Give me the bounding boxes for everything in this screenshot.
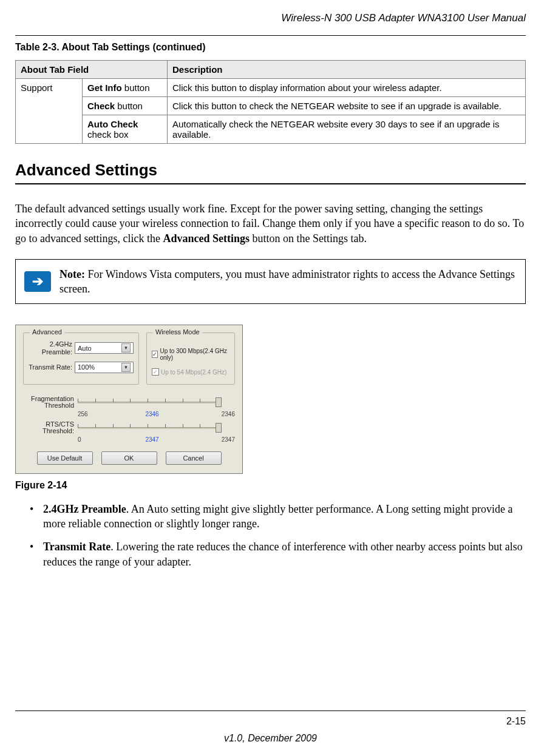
- table-caption: Table 2-3. About Tab Settings (continued…: [15, 42, 526, 53]
- page-footer: 2-15 v1.0, December 2009: [15, 710, 526, 744]
- checkbox-icon[interactable]: ✓: [152, 351, 158, 358]
- wireless-mode-fieldset: Wireless Mode ✓ Up to 300 Mbps(2.4 GHz o…: [146, 332, 235, 384]
- intro-paragraph: The default advanced settings usually wo…: [15, 201, 526, 246]
- cell-desc-check: Click this button to check the NETGEAR w…: [168, 97, 526, 115]
- th-about-field: About Tab Field: [16, 61, 168, 79]
- slider-group: Fragmentation Threshold 25623462346 RTS/…: [23, 396, 235, 443]
- th-description: Description: [168, 61, 526, 79]
- footer-rule: [15, 710, 526, 711]
- checkbox-icon: ✓: [152, 368, 159, 376]
- cell-support-group: Support: [16, 79, 83, 144]
- transmit-rate-label: Transmit Rate:: [29, 363, 72, 371]
- wireless-mode-legend: Wireless Mode: [153, 328, 202, 336]
- fragmentation-scale: 25623462346: [78, 411, 235, 417]
- ok-button[interactable]: OK: [101, 451, 157, 465]
- about-tab-table: About Tab Field Description Support Get …: [15, 60, 526, 144]
- rts-slider[interactable]: [78, 422, 235, 433]
- cell-desc-autocheck: Automatically check the NETGEAR website …: [168, 115, 526, 144]
- transmit-rate-combo[interactable]: 100% ▼: [75, 362, 134, 373]
- figure-caption: Figure 2-14: [15, 480, 526, 491]
- fragmentation-slider[interactable]: [78, 397, 235, 408]
- preamble-value: Auto: [78, 345, 92, 352]
- rts-label: RTS/CTS Threshold:: [23, 421, 74, 435]
- page-number: 2-15: [15, 716, 526, 727]
- advanced-fieldset: Advanced 2.4GHz Preamble: Auto ▼ Transmi…: [23, 332, 139, 384]
- document-header-title: Wireless-N 300 USB Adapter WNA3100 User …: [15, 12, 526, 24]
- header-rule: [15, 35, 526, 36]
- section-heading: Advanced Settings: [15, 161, 526, 180]
- chevron-down-icon[interactable]: ▼: [121, 343, 131, 353]
- note-icon-cell: ➔: [16, 260, 59, 304]
- rts-scale: 023472347: [78, 436, 235, 443]
- advanced-legend: Advanced: [30, 328, 64, 336]
- note-text: Note: For Windows Vista computers, you m…: [59, 260, 525, 304]
- dialog-button-row: Use Default OK Cancel: [23, 451, 235, 465]
- mode-option-300[interactable]: ✓ Up to 300 Mbps(2.4 GHz only): [152, 348, 229, 361]
- cancel-button[interactable]: Cancel: [166, 451, 222, 465]
- fragmentation-label: Fragmentation Threshold: [23, 396, 74, 410]
- bullet-preamble: 2.4GHz Preamble. An Auto setting might g…: [30, 502, 526, 532]
- arrow-right-icon: ➔: [24, 271, 51, 292]
- preamble-combo[interactable]: Auto ▼: [75, 342, 134, 354]
- note-box: ➔ Note: For Windows Vista computers, you…: [15, 259, 526, 305]
- transmit-rate-value: 100%: [78, 363, 95, 371]
- bullet-list: 2.4GHz Preamble. An Auto setting might g…: [15, 502, 526, 569]
- cell-field-check: Check button: [83, 97, 168, 115]
- chevron-down-icon[interactable]: ▼: [121, 363, 131, 372]
- use-default-button[interactable]: Use Default: [37, 451, 93, 465]
- cell-field-autocheck: Auto Check check box: [83, 115, 168, 144]
- advanced-settings-dialog: Advanced 2.4GHz Preamble: Auto ▼ Transmi…: [15, 325, 243, 473]
- section-rule: [15, 183, 526, 184]
- bullet-transmit-rate: Transmit Rate. Lowering the rate reduces…: [30, 539, 526, 569]
- mode-option-54: ✓ Up to 54 Mbps(2.4 GHz): [152, 368, 229, 376]
- cell-field-getinfo: Get Info button: [83, 79, 168, 97]
- version-string: v1.0, December 2009: [15, 733, 526, 744]
- preamble-label: 2.4GHz Preamble:: [29, 340, 72, 355]
- cell-desc-getinfo: Click this button to display information…: [168, 79, 526, 97]
